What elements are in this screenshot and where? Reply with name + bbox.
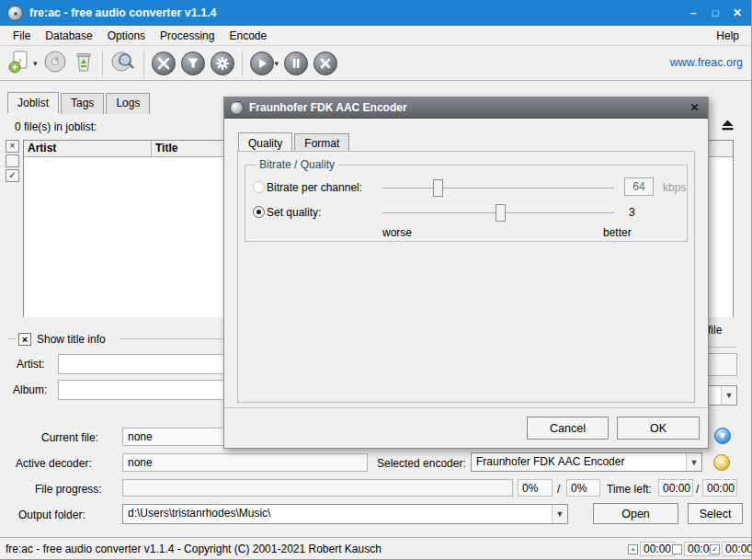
selected-encoder-value: Fraunhofer FDK AAC Encoder xyxy=(476,455,624,468)
toolbar-separator xyxy=(242,51,243,76)
tab-tags[interactable]: Tags xyxy=(61,93,104,114)
freac-logo-icon xyxy=(230,101,244,115)
menu-item-file[interactable]: File xyxy=(6,28,38,44)
general-settings-button[interactable] xyxy=(149,49,178,78)
wrench-tools-icon xyxy=(152,51,176,75)
menu-item-encode[interactable]: Encode xyxy=(222,28,274,44)
configure-encoder-gear-icon[interactable]: ✳ xyxy=(713,454,730,471)
menu-item-processing[interactable]: Processing xyxy=(153,28,222,44)
output-folder-combobox[interactable]: d:\Users\tristanrhodes\Music\ ▼ xyxy=(122,504,568,524)
dialog-close-button[interactable]: ✕ xyxy=(688,101,701,115)
set-quality-label: Set quality: xyxy=(267,206,321,219)
stop-encoding-button[interactable] xyxy=(311,49,340,78)
minimize-button[interactable]: – xyxy=(686,6,701,20)
select-all-button[interactable]: × xyxy=(6,140,19,153)
configure-encoder-button[interactable] xyxy=(208,49,237,78)
ok-button[interactable]: OK xyxy=(617,417,700,440)
file-progress-bar xyxy=(122,479,513,497)
statusbar: fre:ac - free audio converter v1.1.4 - C… xyxy=(0,537,752,560)
cd-search-icon xyxy=(110,50,136,76)
clear-joblist-button[interactable] xyxy=(70,49,97,78)
pause-encoding-button[interactable] xyxy=(281,49,311,78)
show-title-info-label: Show title info xyxy=(37,333,106,346)
statusbar-text: fre:ac - free audio converter v1.1.4 - C… xyxy=(6,543,382,555)
show-title-info-toggle[interactable]: × xyxy=(18,333,31,346)
output-folder-label: Output folder: xyxy=(18,509,85,521)
bitrate-label: Bitrate per channel: xyxy=(267,181,362,194)
select-button[interactable]: Select xyxy=(688,503,743,524)
active-decoder-value: none xyxy=(122,453,368,472)
dialog-titlebar: Fraunhofer FDK AAC Encoder ✕ xyxy=(224,97,708,119)
better-label: better xyxy=(603,226,632,239)
selected-tracks-time: 00:00 xyxy=(722,542,752,556)
bitrate-slider[interactable] xyxy=(382,188,614,189)
menu-item-help[interactable]: Help xyxy=(711,28,745,44)
eject-disc-button[interactable] xyxy=(715,116,739,136)
start-encoding-dropdown-icon[interactable]: ▾ xyxy=(275,59,279,68)
quality-slider[interactable] xyxy=(382,212,614,213)
time-left-label: Time left: xyxy=(607,483,652,496)
menu-item-database[interactable]: Database xyxy=(38,28,99,44)
freac-logo-icon xyxy=(7,6,23,21)
menu-item-options[interactable]: Options xyxy=(100,28,153,44)
signal-processing-button[interactable] xyxy=(178,49,208,78)
tab-logs[interactable]: Logs xyxy=(106,93,150,114)
funnel-icon xyxy=(181,51,205,75)
all-tracks-time-icon: × xyxy=(628,544,638,554)
cancel-button[interactable]: Cancel xyxy=(527,417,609,440)
freac-website-link[interactable]: www.freac.org xyxy=(670,56,743,69)
menubar: File Database Options Processing Encode … xyxy=(0,26,752,46)
active-decoder-label: Active decoder: xyxy=(16,457,92,470)
title-info-divider xyxy=(7,338,17,339)
time-left-track: 00:00 xyxy=(658,479,693,497)
selected-tracks-time-icon: ✓ xyxy=(710,544,720,554)
bitrate-unit: kbps xyxy=(663,181,686,194)
maximize-button[interactable]: □ xyxy=(708,6,723,20)
toggle-selection-button[interactable]: ✓ xyxy=(6,169,19,182)
add-audio-cd-button[interactable]: ♪ xyxy=(40,49,70,78)
open-button[interactable]: Open xyxy=(593,503,678,524)
gear-icon xyxy=(211,51,234,75)
add-files-icon: ♪ xyxy=(8,50,32,76)
progress-percent-total: 0% xyxy=(566,479,600,497)
bitrate-quality-group-label: Bitrate / Quality xyxy=(256,158,338,171)
close-button[interactable]: ✕ xyxy=(730,6,745,20)
encoder-config-dialog: Fraunhofer FDK AAC Encoder ✕ Quality For… xyxy=(223,97,709,449)
select-none-button[interactable] xyxy=(6,154,19,167)
bitrate-value[interactable]: 64 xyxy=(624,177,654,196)
chevron-down-icon[interactable]: ▼ xyxy=(552,505,567,523)
play-icon xyxy=(250,51,274,75)
start-encoding-button[interactable]: ▾ xyxy=(247,49,282,78)
eject-icon xyxy=(721,120,735,133)
unselected-tracks-time-icon xyxy=(672,544,682,554)
add-files-dropdown-icon[interactable]: ▾ xyxy=(33,59,38,68)
set-quality-radio[interactable] xyxy=(253,206,265,218)
selected-encoder-label: Selected encoder: xyxy=(377,457,466,470)
add-files-button[interactable]: ♪ ▾ xyxy=(6,49,40,78)
chevron-down-icon[interactable]: ▼ xyxy=(686,453,701,471)
quality-value: 3 xyxy=(629,206,635,219)
file-progress-label: File progress: xyxy=(35,483,102,496)
output-folder-value: d:\Users\tristanrhodes\Music\ xyxy=(128,507,270,520)
artist-label: Artist: xyxy=(17,358,45,371)
quality-slider-thumb[interactable] xyxy=(496,204,506,222)
selected-encoder-combobox[interactable]: Fraunhofer FDK AAC Encoder ▼ xyxy=(471,452,702,472)
processing-orb-icon[interactable]: ▼ xyxy=(714,428,731,444)
bitrate-slider-thumb[interactable] xyxy=(433,179,443,197)
stop-x-icon xyxy=(313,51,337,75)
bitrate-radio[interactable] xyxy=(253,181,265,193)
current-file-label: Current file: xyxy=(41,431,98,444)
progress-percent-track: 0% xyxy=(518,479,553,497)
album-label: Album: xyxy=(13,383,47,396)
tab-joblist[interactable]: Joblist xyxy=(7,92,59,113)
column-header-artist[interactable]: Artist xyxy=(24,141,152,156)
window-title: fre:ac - free audio converter v1.1.4 xyxy=(29,6,217,19)
svg-text:♪: ♪ xyxy=(54,52,60,63)
chevron-down-icon[interactable]: ▼ xyxy=(721,386,736,405)
window-titlebar: fre:ac - free audio converter v1.1.4 – □… xyxy=(0,0,752,26)
dialog-title: Fraunhofer FDK AAC Encoder xyxy=(249,101,407,114)
slash-separator: / xyxy=(696,483,699,496)
cd-music-icon: ♪ xyxy=(43,50,67,76)
cddb-query-button[interactable] xyxy=(108,49,139,78)
toolbar-separator xyxy=(143,51,144,76)
